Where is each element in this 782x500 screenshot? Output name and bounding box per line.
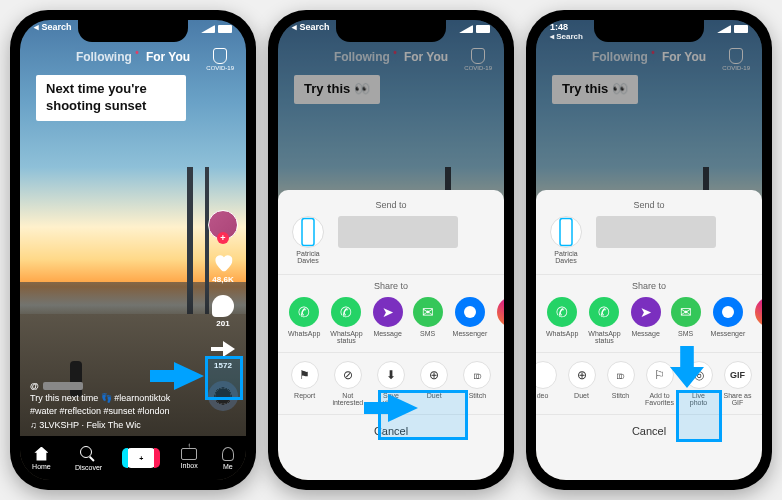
- share-to-header: Share to: [536, 274, 762, 291]
- actions-row[interactable]: ⚑Report⊘Not interested⬇Save video⊕Duet⎄S…: [278, 352, 504, 414]
- share-app-whatsapp-status[interactable]: ✆WhatsApp status: [588, 297, 620, 344]
- share-app-inst[interactable]: ◉Inst: [497, 297, 504, 337]
- share-app-whatsapp[interactable]: ✆WhatsApp: [288, 297, 320, 337]
- share-app-messenger[interactable]: Messenger: [453, 297, 488, 337]
- username[interactable]: @: [30, 380, 190, 393]
- share-app-message[interactable]: ➤Message: [631, 297, 661, 337]
- action-label: Stitch: [612, 392, 630, 399]
- create-icon: +: [126, 448, 156, 468]
- action-label: Add to Favorites: [645, 392, 674, 406]
- share-app-inst[interactable]: ◉Inst: [755, 297, 762, 337]
- tab-foryou[interactable]: For You: [146, 50, 190, 64]
- apps-row[interactable]: ✆WhatsApp✆WhatsApp status➤Message✉SMSMes…: [278, 297, 504, 352]
- back-label[interactable]: ◂ Search: [550, 33, 583, 42]
- app-label: WhatsApp status: [588, 330, 620, 344]
- nav-me[interactable]: Me: [222, 447, 234, 470]
- app-label: Messenger: [453, 330, 488, 337]
- phone-mockup-3: 1:48 ◂ Search Following For You COVID-19…: [526, 10, 772, 490]
- back-label[interactable]: ◂ Search: [34, 23, 72, 33]
- sound-disc[interactable]: [208, 381, 238, 411]
- ig-icon: ◉: [755, 297, 762, 327]
- nav-home[interactable]: Home: [32, 447, 51, 470]
- action-not-interested[interactable]: ⊘Not interested: [331, 361, 364, 406]
- app-label: Messenger: [711, 330, 746, 337]
- screen: ◂ Search Following For You COVID-19 Try …: [278, 20, 504, 480]
- nav-inbox[interactable]: Inbox: [181, 448, 198, 469]
- action-duet[interactable]: ⊕Duet: [418, 361, 451, 399]
- ig-icon: ◉: [497, 297, 504, 327]
- action-stitch[interactable]: ⎄Stitch: [606, 361, 635, 399]
- action-label: Live photo: [684, 392, 713, 406]
- action-icon: ⊘: [334, 361, 362, 389]
- search-icon: [80, 446, 92, 458]
- tg-icon: ➤: [373, 297, 403, 327]
- action-icon: ⚑: [291, 361, 319, 389]
- action-share-as-gif[interactable]: GIFShare as GIF: [723, 361, 752, 406]
- back-label[interactable]: ◂ Search: [292, 23, 330, 33]
- sms-icon: [455, 297, 485, 327]
- share-sheet: Send to Patricia Davies Share to ✆WhatsA…: [536, 190, 762, 480]
- inbox-icon: [181, 448, 197, 460]
- app-label: WhatsApp status: [330, 330, 362, 344]
- send-to-header: Send to: [536, 200, 762, 210]
- apps-row[interactable]: ✆WhatsApp✆WhatsApp status➤Message✉SMSMes…: [536, 297, 762, 352]
- wa-icon: ✆: [589, 297, 619, 327]
- action-label: Share as GIF: [723, 392, 752, 406]
- blurred-contacts: [596, 216, 716, 248]
- home-icon: [34, 447, 48, 461]
- nav-create[interactable]: +: [126, 448, 156, 468]
- action-label: Not interested: [331, 392, 364, 406]
- contact-item[interactable]: Patricia Davies: [546, 216, 586, 264]
- share-app-whatsapp[interactable]: ✆WhatsApp: [546, 297, 578, 337]
- contacts-row[interactable]: Patricia Davies: [536, 216, 762, 272]
- cancel-button[interactable]: Cancel: [536, 414, 762, 449]
- action-report[interactable]: ⚑Report: [288, 361, 321, 399]
- action-duet[interactable]: ⊕Duet: [567, 361, 596, 399]
- action-save-video[interactable]: ⬇Save video: [374, 361, 407, 406]
- video-caption: Next time you're shooting sunset: [36, 75, 186, 121]
- share-app-sms[interactable]: ✉SMS: [413, 297, 443, 337]
- action-label: Report: [294, 392, 315, 399]
- contacts-row[interactable]: Patricia Davies: [278, 216, 504, 272]
- share-app-messenger[interactable]: Messenger: [711, 297, 746, 337]
- share-app-whatsapp-status[interactable]: ✆WhatsApp status: [330, 297, 362, 344]
- nav-discover[interactable]: Discover: [75, 446, 102, 471]
- action-icon: ⎄: [463, 361, 491, 389]
- share-button[interactable]: 1572: [211, 339, 235, 370]
- comment-button[interactable]: 201: [212, 295, 234, 328]
- notch: [78, 20, 188, 42]
- follow-plus-icon[interactable]: +: [217, 232, 229, 244]
- screen: 1:48 ◂ Search Following For You COVID-19…: [536, 20, 762, 480]
- share-app-message[interactable]: ➤Message: [373, 297, 403, 337]
- profile-icon: [222, 447, 234, 461]
- phone-mockup-1: ◂ Search Following For You COVID-19 Next…: [10, 10, 256, 490]
- action-label: Stitch: [469, 392, 487, 399]
- action-stitch[interactable]: ⎄Stitch: [461, 361, 494, 399]
- share-app-sms[interactable]: ✉SMS: [671, 297, 701, 337]
- contact-item[interactable]: Patricia Davies: [288, 216, 328, 264]
- actions-row[interactable]: deo⊕Duet⎄Stitch⚐Add to Favorites◎Live ph…: [536, 352, 762, 414]
- notch: [594, 20, 704, 42]
- wa-icon: ✆: [547, 297, 577, 327]
- msg-icon: ✉: [413, 297, 443, 327]
- music-row[interactable]: ♫ 3LVKSHP · Felix The Wic: [30, 419, 190, 432]
- notch: [336, 20, 446, 42]
- action-label: deo: [537, 392, 549, 399]
- sms-icon: [713, 297, 743, 327]
- author-avatar[interactable]: +: [208, 210, 238, 240]
- shield-icon: [213, 48, 227, 64]
- wa-icon: ✆: [289, 297, 319, 327]
- like-button[interactable]: 48,6K: [211, 251, 235, 284]
- action-label: Duet: [427, 392, 442, 399]
- right-action-rail: + 48,6K 201 1572: [208, 210, 238, 411]
- video-meta: @ Try this next time 👣 #learnontiktok #w…: [30, 380, 190, 432]
- covid-badge[interactable]: COVID-19: [206, 48, 234, 71]
- cancel-button[interactable]: Cancel: [278, 414, 504, 449]
- action-deo[interactable]: deo: [536, 361, 557, 399]
- comment-icon: [212, 295, 234, 317]
- tab-following[interactable]: Following: [76, 50, 132, 64]
- app-label: Message: [631, 330, 659, 337]
- action-icon: ⊕: [420, 361, 448, 389]
- send-to-header: Send to: [278, 200, 504, 210]
- action-add-to-favorites[interactable]: ⚐Add to Favorites: [645, 361, 674, 406]
